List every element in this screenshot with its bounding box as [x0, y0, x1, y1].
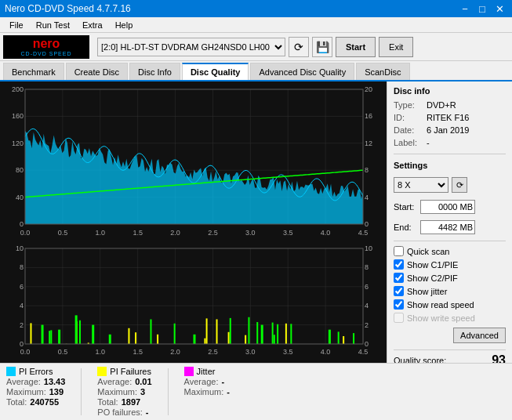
end-field[interactable] [420, 220, 475, 234]
po-failures-label: PO failures: [97, 407, 142, 417]
settings-title: Settings [394, 161, 506, 170]
drive-select[interactable]: [2:0] HL-DT-ST DVDRAM GH24NSD0 LH00 [97, 38, 285, 56]
tab-scandisc[interactable]: ScanDisc [356, 63, 409, 80]
menu-help[interactable]: Help [109, 19, 140, 31]
stats-divider-2 [168, 368, 169, 415]
jitter-legend [184, 367, 194, 376]
jitter-avg-value: - [221, 377, 224, 386]
disc-label-label: Label: [394, 138, 423, 147]
pif-avg-value: 0.01 [135, 377, 151, 386]
pif-total-label: Total: [97, 397, 118, 407]
po-failures-value: - [146, 407, 149, 417]
show-read-speed-label[interactable]: Show read speed [407, 300, 474, 310]
tab-disc-info[interactable]: Disc Info [129, 63, 180, 80]
id-label: ID: [394, 113, 423, 122]
close-button[interactable]: ✕ [492, 1, 507, 16]
toolbar: nero CD-DVD SPEED [2:0] HL-DT-ST DVDRAM … [0, 33, 512, 61]
show-write-speed-label: Show write speed [407, 313, 475, 323]
tab-create-disc[interactable]: Create Disc [66, 63, 128, 80]
settings-icon-button[interactable]: ⟳ [452, 177, 467, 193]
start-field[interactable] [420, 200, 475, 214]
nero-sub-text: CD-DVD SPEED [21, 51, 72, 56]
pi-avg-value: 13.43 [44, 377, 66, 386]
type-value: DVD+R [427, 100, 456, 110]
tab-disc-quality[interactable]: Disc Quality [182, 63, 249, 80]
tab-benchmark[interactable]: Benchmark [3, 63, 64, 80]
end-label: End: [394, 223, 417, 232]
show-read-speed-checkbox[interactable] [394, 299, 404, 310]
pif-total-value: 1897 [122, 397, 140, 407]
stats-bar: PI Errors Average: 13.43 Maximum: 139 To… [0, 363, 512, 420]
show-c1-pie-label[interactable]: Show C1/PIE [407, 260, 458, 270]
speed-select[interactable]: 8 X 4 X 12 X 16 X [394, 177, 448, 193]
jitter-title: Jitter [197, 367, 216, 376]
chart-top [2, 83, 385, 243]
pi-failures-legend [97, 367, 107, 376]
pif-max-value: 3 [140, 387, 145, 396]
start-label: Start: [394, 202, 417, 212]
titlebar: Nero CD-DVD Speed 4.7.7.16 − □ ✕ [0, 0, 512, 17]
menu-extra[interactable]: Extra [76, 19, 109, 31]
show-c2-pif-label[interactable]: Show C2/PIF [407, 273, 458, 283]
exit-button[interactable]: Exit [379, 37, 413, 57]
disc-label-value: - [427, 138, 430, 147]
pi-failures-stats: PI Failures Average: 0.01 Maximum: 3 Tot… [97, 367, 151, 417]
date-label: Date: [394, 125, 423, 135]
pif-avg-label: Average: [97, 377, 132, 386]
show-c2-pif-checkbox[interactable] [394, 273, 404, 283]
pif-max-label: Maximum: [97, 387, 137, 396]
minimize-button[interactable]: − [457, 1, 473, 16]
pi-errors-stats: PI Errors Average: 13.43 Maximum: 139 To… [6, 367, 65, 417]
advanced-button[interactable]: Advanced [453, 328, 506, 343]
tab-advanced-disc-quality[interactable]: Advanced Disc Quality [250, 63, 354, 80]
app-title: Nero CD-DVD Speed 4.7.7.16 [5, 3, 131, 14]
app-logo: nero CD-DVD SPEED [3, 35, 89, 59]
show-c1-pie-checkbox[interactable] [394, 259, 404, 270]
menubar: File Run Test Extra Help [0, 17, 512, 33]
show-jitter-checkbox[interactable] [394, 286, 404, 296]
refresh-icon-button[interactable]: ⟳ [289, 37, 309, 57]
chart-bottom [2, 244, 385, 361]
pi-max-value: 139 [49, 387, 64, 396]
pi-total-label: Total: [6, 397, 27, 407]
jitter-max-value: - [227, 387, 230, 396]
pi-avg-label: Average: [6, 377, 41, 386]
jitter-max-label: Maximum: [184, 387, 224, 396]
show-jitter-label[interactable]: Show jitter [407, 287, 447, 296]
menu-file[interactable]: File [3, 19, 30, 31]
type-label: Type: [394, 100, 423, 110]
tab-bar: Benchmark Create Disc Disc Info Disc Qua… [0, 61, 512, 81]
maximize-button[interactable]: □ [474, 1, 490, 16]
pi-max-label: Maximum: [6, 387, 46, 396]
quick-scan-checkbox[interactable] [394, 246, 404, 256]
quality-score-label: Quality score: [394, 356, 446, 363]
pi-failures-title: PI Failures [110, 367, 151, 376]
save-icon-button[interactable]: 💾 [312, 37, 332, 57]
jitter-stats: Jitter Average: - Maximum: - [184, 367, 230, 417]
id-value: RITEK F16 [427, 113, 469, 122]
date-value: 6 Jan 2019 [427, 125, 469, 135]
pi-errors-legend [6, 367, 16, 376]
quality-score-value: 93 [492, 353, 506, 363]
nero-logo-text: nero [33, 37, 60, 51]
jitter-avg-label: Average: [184, 377, 219, 386]
stats-divider-1 [81, 368, 82, 415]
quick-scan-label[interactable]: Quick scan [407, 247, 449, 256]
pi-total-value: 240755 [30, 397, 59, 407]
disc-info-title: Disc info [394, 86, 506, 96]
menu-run-test[interactable]: Run Test [30, 19, 76, 31]
start-button[interactable]: Start [336, 37, 376, 57]
pi-errors-title: PI Errors [19, 367, 53, 376]
quality-score-row: Quality score: 93 [394, 349, 506, 363]
show-write-speed-checkbox[interactable] [394, 313, 404, 323]
right-panel: Disc info Type: DVD+R ID: RITEK F16 Date… [387, 81, 512, 363]
